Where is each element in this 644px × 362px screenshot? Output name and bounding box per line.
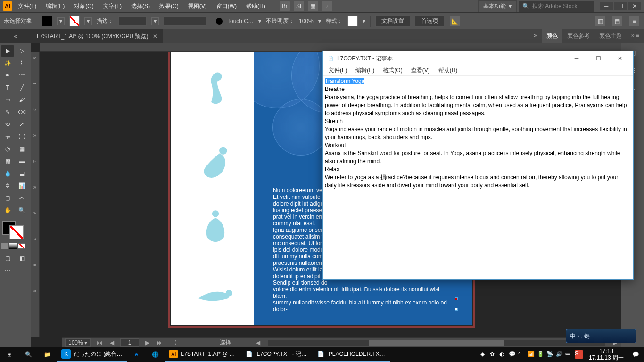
panel-tab-color[interactable]: 颜色 (542, 29, 562, 43)
np-menu-help[interactable]: 帮助(H) (435, 66, 462, 75)
scroll-left-icon[interactable]: ◀ (255, 339, 262, 346)
none-mode-icon[interactable] (18, 243, 25, 249)
last-artboard-icon[interactable]: ⏭ (156, 339, 164, 346)
color-well[interactable] (1, 220, 25, 240)
tray-chevron-icon[interactable]: ^ (518, 351, 526, 358)
stock-icon[interactable]: St (294, 1, 304, 11)
arrange-icon[interactable]: ▦ (308, 1, 318, 11)
menu-view[interactable]: 视图(V) (184, 0, 211, 12)
minimize-button[interactable]: ─ (600, 2, 613, 10)
ruler-vertical[interactable]: 0 1 2 3 4 5 6 7 8 9 (31, 52, 40, 337)
close-tab-icon[interactable]: ✕ (153, 33, 157, 40)
menu-window[interactable]: 窗口(W) (213, 0, 240, 12)
np-menu-view[interactable]: 查看(V) (407, 66, 434, 75)
screen-mode-tool[interactable]: ▢ (1, 253, 14, 264)
stroke-swatch[interactable] (69, 16, 80, 26)
preferences-button[interactable]: 首选项 (415, 15, 444, 27)
illustrator-task[interactable]: AiL7START_1.AI* @ … (165, 347, 239, 362)
hand-tool[interactable]: ✋ (1, 205, 14, 216)
mesh-tool[interactable]: ▩ (1, 156, 14, 167)
explorer-button[interactable]: 📁 (38, 347, 57, 362)
blend-tool[interactable]: ⬓ (15, 168, 28, 179)
notepad-close-button[interactable]: ✕ (611, 52, 629, 65)
close-button[interactable]: ✕ (628, 2, 641, 10)
brush-name[interactable]: Touch C… (227, 18, 254, 25)
type-tool[interactable]: T (1, 82, 14, 93)
artboard-tool[interactable]: ▢ (1, 192, 14, 204)
scale-tool[interactable]: ⤢ (15, 119, 28, 130)
tray-icon-1[interactable]: ◆ (480, 351, 488, 358)
notepad-titlebar[interactable]: 📄 L7COPY.TXT - 记事本 ─ ☐ ✕ (323, 51, 633, 66)
zoom-select[interactable]: 100% ▾ (65, 338, 91, 347)
workspace-switcher[interactable]: 基本功能▾ (478, 0, 517, 12)
graph-tool[interactable]: 📊 (15, 180, 28, 191)
notepad-task[interactable]: 📄L7COPY.TXT - 记… (239, 347, 311, 362)
align-icon[interactable]: 📐 (450, 16, 460, 26)
strokeweight-dd[interactable]: ▾ (151, 17, 159, 25)
notifications-button[interactable]: 💬 (629, 347, 642, 362)
prev-artboard-icon[interactable]: ◀ (108, 339, 116, 346)
rotate-tool[interactable]: ⟲ (1, 119, 14, 130)
resize-handle[interactable] (455, 308, 458, 311)
panel-opt1-icon[interactable]: ▥ (595, 16, 605, 26)
menu-effect[interactable]: 效果(C) (156, 0, 182, 12)
artboard-nav-icon[interactable]: ⛶ (169, 339, 177, 346)
start-button[interactable]: ⊞ (0, 347, 19, 362)
search-button[interactable]: 🔍 (19, 347, 38, 362)
rectangle-tool[interactable]: ▭ (1, 94, 14, 106)
tray-wechat-icon[interactable]: 💬 (509, 351, 516, 358)
menu-select[interactable]: 选择(S) (127, 0, 154, 12)
free-transform-tool[interactable]: ⛶ (15, 131, 28, 142)
notepad-textarea[interactable]: Transform Yoga Breathe Pranayama, the yo… (323, 76, 633, 279)
menu-type[interactable]: 文字(T) (99, 0, 125, 12)
document-tab[interactable]: L7START_1.AI* @ 100% (CMYK/GPU 预览) ✕ (31, 29, 163, 43)
fill-dropdown[interactable]: ▾ (57, 17, 65, 25)
opacity-value[interactable]: 100% (299, 18, 314, 25)
brush-tool[interactable]: 🖌 (15, 94, 28, 106)
width-tool[interactable]: ⟚ (1, 131, 14, 142)
taskbar-clock[interactable]: 17:18 17.11.13 周一 (585, 348, 627, 361)
perspective-tool[interactable]: ▦ (15, 143, 28, 155)
gradient-mode-icon[interactable] (9, 243, 17, 249)
np-menu-edit[interactable]: 编辑(E) (352, 66, 378, 75)
first-artboard-icon[interactable]: ⏮ (95, 339, 104, 346)
toolbox-collapse[interactable]: « (0, 29, 31, 43)
eyedropper-tool[interactable]: 💧 (1, 168, 14, 179)
menu-object[interactable]: 对象(O) (70, 0, 97, 12)
draw-mode-tool[interactable]: ◧ (15, 253, 28, 264)
notepad-minimize-button[interactable]: ─ (567, 52, 586, 65)
shaper-tool[interactable]: ✎ (1, 107, 14, 118)
tray-volume-icon[interactable]: 🔊 (556, 351, 563, 358)
artboard-number[interactable]: 1 (120, 338, 139, 347)
ime-widget[interactable]: 中 ⟩ , 键 (566, 329, 636, 343)
profile-input[interactable] (164, 16, 206, 26)
menu-file[interactable]: 文件(F) (14, 0, 40, 12)
line-tool[interactable]: ╱ (15, 82, 28, 93)
panel-opt2-icon[interactable]: ▤ (612, 16, 622, 26)
style-swatch[interactable] (347, 16, 358, 26)
zoom-tool[interactable]: 🔍 (15, 205, 28, 216)
selection-tool[interactable]: ▶ (1, 45, 14, 57)
tray-icon-2[interactable]: ✿ (490, 351, 497, 358)
lasso-tool[interactable]: ⌇ (15, 58, 28, 69)
gpu-icon[interactable]: ⟋ (322, 1, 332, 11)
panel-menu-icon[interactable]: ≡ (629, 16, 639, 26)
music-player-task[interactable]: Kだったのに (純音… (57, 347, 127, 362)
bridge-icon[interactable]: Br (280, 1, 290, 11)
panel-expand-icon[interactable]: » (529, 29, 542, 43)
eraser-tool[interactable]: ⌫ (15, 107, 28, 118)
overflow-indicator-icon[interactable]: + (455, 297, 458, 300)
np-menu-format[interactable]: 格式(O) (379, 66, 406, 75)
panel-tab-colortheme[interactable]: 颜色主题 (594, 29, 627, 43)
tray-sogou-icon[interactable]: S (575, 350, 583, 359)
magic-wand-tool[interactable]: ✨ (1, 58, 14, 69)
direct-select-tool[interactable]: ▷ (15, 45, 28, 57)
fill-swatch[interactable] (42, 16, 52, 26)
h-scrollbar[interactable] (268, 340, 605, 346)
next-artboard-icon[interactable]: ▶ (144, 339, 151, 346)
tray-ime-icon[interactable]: 中 (565, 351, 573, 358)
edge-button[interactable]: e (127, 347, 146, 362)
slice-tool[interactable]: ✂ (15, 192, 28, 204)
maximize-button[interactable]: ☐ (614, 2, 627, 10)
color-mode-icon[interactable] (1, 243, 8, 249)
